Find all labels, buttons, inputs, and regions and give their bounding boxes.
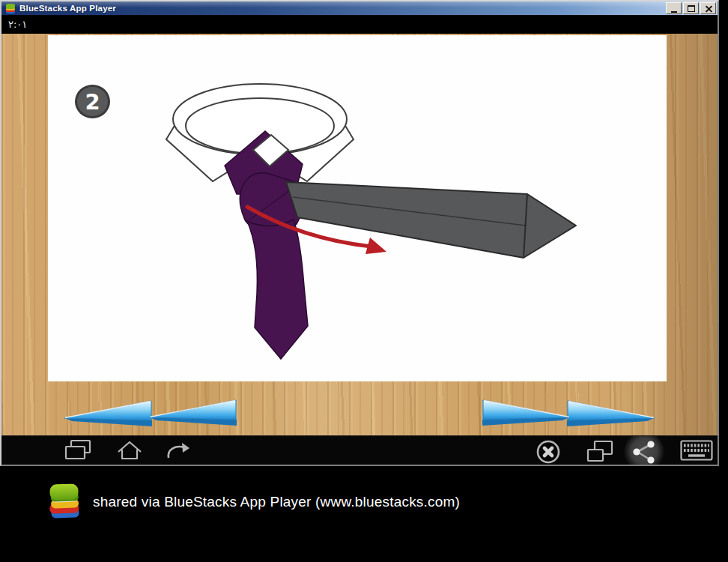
back-arrow-icon <box>165 439 192 462</box>
keyboard-button[interactable] <box>680 439 713 464</box>
tie-step-illustration <box>48 35 667 381</box>
prev-arrow-left-triangle <box>64 401 152 426</box>
share-icon <box>631 439 658 465</box>
home-button[interactable] <box>116 439 143 464</box>
bluestacks-window: BlueStacks App Player ٢:٠١ <box>0 0 719 466</box>
prev-arrow-right-triangle <box>149 400 237 426</box>
android-nav-bar <box>1 435 718 465</box>
android-status-bar: ٢:٠١ <box>1 15 718 34</box>
recent-apps-icon <box>64 439 91 462</box>
bluestacks-logo <box>46 483 82 522</box>
recent-apps-button[interactable] <box>64 439 91 464</box>
close-button[interactable] <box>700 2 716 14</box>
switch-window-icon <box>586 439 613 463</box>
minimize-icon <box>671 11 677 13</box>
next-step-button[interactable] <box>479 397 656 430</box>
minimize-button[interactable] <box>666 2 682 14</box>
next-arrow-triangle <box>567 401 655 426</box>
share-button[interactable] <box>631 439 658 465</box>
close-app-button[interactable] <box>534 439 562 465</box>
back-button[interactable] <box>165 439 192 464</box>
keyboard-icon <box>680 439 713 462</box>
home-icon <box>116 439 143 462</box>
step-number-badge: 2 <box>75 85 110 118</box>
bluestacks-logo-icon <box>4 3 16 14</box>
tie-wide-blade <box>286 182 576 258</box>
window-titlebar[interactable]: BlueStacks App Player <box>1 1 718 15</box>
clock-text: ٢:٠١ <box>1 19 27 30</box>
share-footer: shared via BlueStacks App Player (www.bl… <box>0 480 728 525</box>
window-title: BlueStacks App Player <box>19 4 664 13</box>
maximize-icon <box>688 5 695 12</box>
tie-narrow-end <box>247 220 308 359</box>
share-attribution-text: shared via BlueStacks App Player (www.bl… <box>93 494 460 510</box>
next-arrow-triangle-2 <box>482 400 570 426</box>
switch-window-button[interactable] <box>586 439 613 465</box>
previous-step-button[interactable] <box>63 397 240 430</box>
app-content-wood-background: 2 <box>1 34 718 435</box>
tutorial-card: 2 <box>48 35 667 381</box>
close-app-icon <box>534 439 562 465</box>
maximize-button[interactable] <box>683 2 699 14</box>
